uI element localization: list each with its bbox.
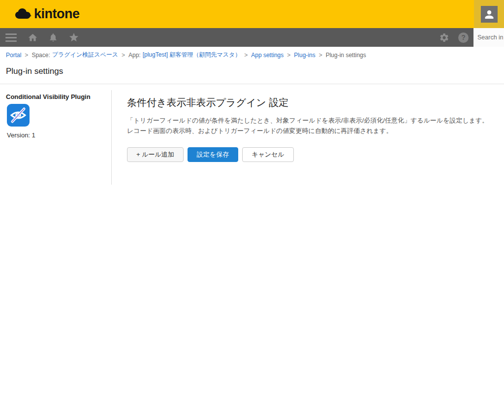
plugin-name: Conditional Visibility Plugin bbox=[6, 93, 107, 100]
breadcrumb-link-app-settings[interactable]: App settings bbox=[251, 52, 284, 59]
action-buttons: + ルール追加 設定を保存 キャンセル bbox=[127, 147, 491, 162]
breadcrumb-prefix-app: App: bbox=[128, 52, 141, 59]
breadcrumb-separator: > bbox=[287, 52, 290, 59]
plugin-settings-panel: 条件付き表示非表示プラグイン 設定 「トリガーフィールドの値が条件を満たしたとき… bbox=[127, 90, 491, 162]
hamburger-menu-icon[interactable] bbox=[5, 32, 17, 43]
settings-description: 「トリガーフィールドの値が条件を満たしたとき、対象フィールドを表示/非表示/必須… bbox=[127, 115, 491, 136]
description-line-2: レコード画面の表示時、およびトリガーフィールドの値変更時に自動的に再評価されます… bbox=[127, 126, 491, 136]
breadcrumb-link-plugins[interactable]: Plug-ins bbox=[294, 52, 315, 59]
brand-bar: kintone bbox=[0, 0, 504, 28]
help-icon[interactable]: ? bbox=[458, 32, 469, 43]
plugin-version: Version: 1 bbox=[7, 131, 35, 139]
save-settings-button[interactable]: 設定を保存 bbox=[188, 147, 238, 162]
page-title: Plug-in settings bbox=[6, 66, 63, 76]
brand-wordmark: kintone bbox=[34, 6, 80, 22]
breadcrumb-separator: > bbox=[244, 52, 248, 59]
add-rule-button[interactable]: + ルール追加 bbox=[127, 147, 184, 162]
breadcrumb: Portal > Space: プラグイン検証スペース > App: [plug… bbox=[0, 47, 504, 63]
breadcrumb-link-portal[interactable]: Portal bbox=[6, 52, 21, 59]
settings-heading: 条件付き表示非表示プラグイン 設定 bbox=[127, 96, 491, 109]
user-avatar-icon bbox=[481, 6, 498, 23]
breadcrumb-prefix-space: Space: bbox=[32, 52, 50, 59]
cancel-button[interactable]: キャンセル bbox=[242, 147, 294, 162]
star-icon[interactable] bbox=[68, 32, 79, 43]
help-glyph: ? bbox=[461, 33, 466, 41]
breadcrumb-current: Plug-in settings bbox=[326, 52, 366, 59]
breadcrumb-link-app[interactable]: [plugTest] 顧客管理（顧問先マスタ） bbox=[143, 51, 241, 59]
search-input[interactable] bbox=[473, 28, 504, 47]
breadcrumb-separator: > bbox=[319, 52, 322, 59]
bell-icon[interactable] bbox=[48, 32, 59, 43]
global-toolbar: ? bbox=[0, 28, 504, 47]
breadcrumb-separator: > bbox=[25, 52, 28, 59]
user-menu-button[interactable] bbox=[474, 0, 504, 28]
kintone-logo[interactable]: kintone bbox=[15, 0, 80, 28]
gear-icon[interactable] bbox=[439, 32, 449, 43]
breadcrumb-separator: > bbox=[122, 52, 125, 59]
eye-off-icon bbox=[7, 104, 30, 127]
home-icon[interactable] bbox=[27, 32, 38, 43]
description-line-1: 「トリガーフィールドの値が条件を満たしたとき、対象フィールドを表示/非表示/必須… bbox=[127, 115, 491, 126]
sidebar-divider bbox=[111, 90, 112, 185]
title-divider bbox=[0, 84, 504, 84]
breadcrumb-link-space[interactable]: プラグイン検証スペース bbox=[52, 51, 118, 59]
kintone-cloud-icon bbox=[15, 8, 32, 21]
